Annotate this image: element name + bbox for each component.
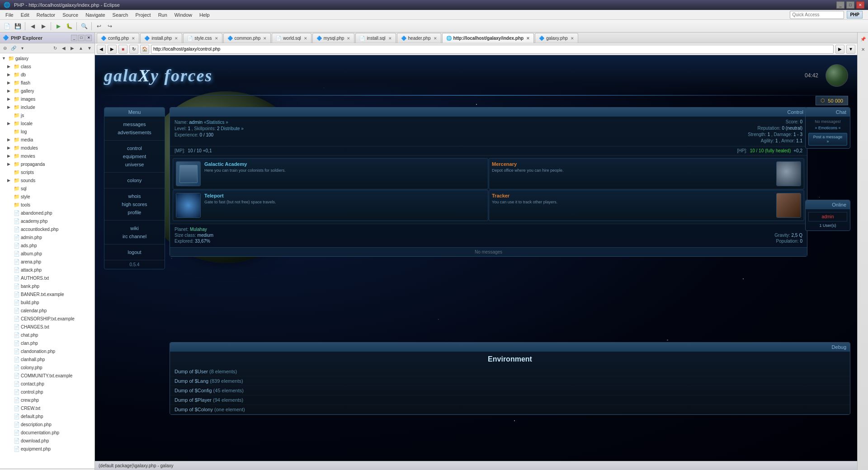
tab-mysql-close[interactable]: ✕ [347, 36, 350, 41]
menu-search[interactable]: Search [109, 12, 132, 18]
tab-install[interactable]: 🔷 install.php ✕ [140, 33, 182, 43]
sync-button[interactable]: ↻ [51, 44, 59, 52]
panel-minimize-button[interactable]: _ [71, 35, 77, 41]
tree-ads[interactable]: 📄ads.php [0, 241, 94, 249]
tree-equipment[interactable]: 📄equipment.php [0, 445, 94, 453]
menu-navigate[interactable]: Navigate [82, 12, 108, 18]
tree-changes[interactable]: 📄CHANGES.txt [0, 323, 94, 331]
redo-button[interactable]: ↪ [105, 21, 115, 31]
tree-description[interactable]: 📄description.php [0, 420, 94, 428]
tree-clanhall[interactable]: 📄clanhall.php [0, 355, 94, 363]
tree-bank[interactable]: 📄bank.php [0, 282, 94, 290]
tree-abandoned[interactable]: 📄abandoned.php [0, 209, 94, 217]
menu-help[interactable]: Help [196, 12, 213, 18]
stats-link[interactable]: «Statistics » [204, 120, 228, 125]
tree-style[interactable]: 📁style [0, 193, 94, 201]
tree-documentation[interactable]: 📄documentation.php [0, 428, 94, 437]
tree-academy[interactable]: 📄academy.php [0, 217, 94, 225]
tab-world-close[interactable]: ✕ [304, 36, 307, 41]
minimize-button[interactable]: _ [836, 1, 844, 9]
tracker-card[interactable]: Tracker You can use it to track other pl… [489, 190, 804, 221]
forward-button[interactable]: ▶ [38, 21, 48, 31]
tree-album[interactable]: 📄album.php [0, 249, 94, 258]
explorer-menu-button[interactable]: ▾ [18, 44, 26, 52]
tree-db[interactable]: ▶📁db [0, 70, 94, 79]
nav-down-button[interactable]: ▼ [85, 44, 94, 52]
debug-row-colony[interactable]: Dump of $Colony (one element) [170, 405, 850, 414]
menu-advertisements[interactable]: advertisements [109, 128, 160, 136]
tree-media[interactable]: ▶📁media [0, 136, 94, 144]
menu-logout[interactable]: logout [109, 248, 160, 256]
menu-profile[interactable]: profile [109, 208, 160, 216]
perspective-close-button[interactable]: ✕ [859, 45, 868, 54]
tab-galaxy-index[interactable]: 🌐 http://localhost/galaxy/index.php ✕ [442, 33, 534, 43]
menu-irc[interactable]: irc channel [109, 232, 160, 240]
tab-galaxyphp-close[interactable]: ✕ [571, 36, 574, 41]
nav-fwd-button[interactable]: ▶ [68, 44, 76, 52]
menu-window[interactable]: Window [171, 12, 196, 18]
tab-header-close[interactable]: ✕ [434, 36, 437, 41]
tab-world[interactable]: 📄 world.sql ✕ [272, 33, 311, 43]
browser-stop-button[interactable]: ■ [118, 45, 127, 54]
maximize-button[interactable]: □ [846, 1, 854, 9]
tree-include[interactable]: ▶📁include [0, 103, 94, 111]
debug-row-player[interactable]: Dump of $Player (94 elements) [170, 395, 850, 405]
tree-contact[interactable]: 📄contact.php [0, 380, 94, 388]
tab-galaxyindex-close[interactable]: ✕ [526, 36, 530, 41]
menu-wiki[interactable]: wiki [109, 224, 160, 232]
tree-colony[interactable]: 📄colony.php [0, 363, 94, 371]
search-button[interactable]: 🔍 [79, 21, 89, 31]
chat-post-button[interactable]: Post a message » [808, 133, 847, 146]
menu-messages[interactable]: messages [109, 120, 160, 128]
mercenary-card[interactable]: Mercenary Depot office where you can hir… [489, 158, 804, 189]
chat-emoticons[interactable]: » Emoticons « [808, 126, 847, 130]
tree-class[interactable]: ▶📁class [0, 62, 94, 70]
tab-mysql[interactable]: 🔷 mysql.php ✕ [312, 33, 355, 43]
teleport-card[interactable]: Teleport Gate to fast (but not free) spa… [173, 190, 488, 221]
panel-resize-handle[interactable] [0, 468, 94, 470]
tree-admin[interactable]: 📄admin.php [0, 233, 94, 241]
tree-calendar[interactable]: 📄calendar.php [0, 306, 94, 315]
tree-authors[interactable]: 📄AUTHORS.txt [0, 274, 94, 282]
tab-common[interactable]: 🔷 common.php ✕ [223, 33, 271, 43]
menu-equipment[interactable]: equipment [109, 152, 160, 160]
debug-row-config[interactable]: Dump of $Config (45 elements) [170, 386, 850, 395]
nav-back-button[interactable]: ◀ [60, 44, 68, 52]
new-button[interactable]: 📄 [2, 21, 12, 31]
tree-attack[interactable]: 📄attack.php [0, 266, 94, 274]
browser-back-button[interactable]: ◀ [97, 45, 106, 54]
browser-forward-button[interactable]: ▶ [108, 45, 117, 54]
close-button[interactable]: ✕ [856, 1, 864, 9]
tree-crew-txt[interactable]: 📄CREW.txt [0, 404, 94, 412]
tree-root-galaxy[interactable]: ▼ 📁 galaxy [0, 54, 94, 62]
address-input[interactable] [151, 45, 834, 54]
tab-header[interactable]: 🔷 header.php ✕ [397, 33, 441, 43]
menu-colony[interactable]: colony [109, 176, 160, 184]
menu-whois[interactable]: whois [109, 192, 160, 200]
go-button[interactable]: ▶ [835, 45, 844, 54]
tab-style-close[interactable]: ✕ [215, 36, 218, 41]
tree-download[interactable]: 📄download.php [0, 437, 94, 445]
back-button[interactable]: ◀ [28, 21, 38, 31]
menu-run[interactable]: Run [155, 12, 171, 18]
menu-refactor[interactable]: Refactor [33, 12, 59, 18]
dropdown-button[interactable]: ▼ [846, 45, 855, 54]
tab-config-close[interactable]: ✕ [132, 36, 135, 41]
undo-button[interactable]: ↩ [94, 21, 104, 31]
toggle-galaxy[interactable]: ▼ [2, 56, 7, 61]
quick-access-input[interactable] [790, 11, 844, 19]
menu-control[interactable]: control [109, 144, 160, 152]
tree-movies[interactable]: ▶📁movies [0, 152, 94, 160]
tree-build[interactable]: 📄build.php [0, 298, 94, 306]
panel-close-button[interactable]: ✕ [85, 35, 92, 41]
academy-card[interactable]: Galactic Academy Here you can train your… [173, 158, 488, 189]
tree-arena[interactable]: 📄arena.php [0, 258, 94, 266]
tree-clan[interactable]: 📄clan.php [0, 339, 94, 347]
panel-max-button[interactable]: □ [78, 35, 85, 41]
debug-row-user[interactable]: Dump of $User (8 elements) [170, 367, 850, 376]
tab-config[interactable]: 🔷 config.php ✕ [97, 33, 139, 43]
distribute-link[interactable]: Distribute » [221, 126, 244, 131]
tree-images[interactable]: ▶📁images [0, 95, 94, 103]
debug-run-button[interactable]: 🐛 [64, 21, 74, 31]
tree-sounds[interactable]: ▶📁sounds [0, 176, 94, 184]
